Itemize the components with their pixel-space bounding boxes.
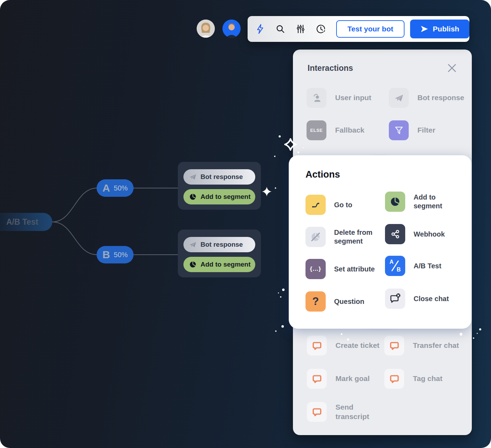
flow-card-a[interactable]: Bot response Add to segment	[178, 162, 261, 210]
sparkle-star-icon	[262, 186, 272, 197]
action-item-add-to-segment[interactable]: Add to segment	[385, 192, 466, 212]
action-item-tag-chat[interactable]: Tag chat	[384, 369, 469, 389]
action-item-delete-from-segment[interactable]: Delete from segment	[305, 227, 386, 247]
sparkle-dot	[347, 338, 349, 341]
interaction-item-user-input[interactable]: User input	[307, 88, 391, 108]
history-icon[interactable]	[313, 21, 328, 37]
sparkle-dot	[275, 187, 276, 189]
item-label: Filter	[417, 126, 473, 135]
livechat-bubble-icon	[307, 336, 327, 356]
add-to-segment-label: Add to segment	[201, 261, 251, 268]
chat-close-icon	[385, 289, 405, 309]
add-to-segment-label: Add to segment	[201, 193, 251, 201]
share-icon	[385, 224, 405, 244]
action-item-webhook[interactable]: Webhook	[385, 224, 466, 244]
ab-icon: A B	[385, 256, 405, 276]
action-item-send-transcript[interactable]: Send transcript	[307, 402, 377, 422]
add-to-segment-pill[interactable]: Add to segment	[183, 257, 255, 272]
action-item-close-chat[interactable]: Close chat	[385, 289, 466, 309]
flow-node-ab-test[interactable]: A/B Test	[0, 213, 52, 231]
search-icon[interactable]	[273, 21, 288, 37]
sparkle-dot	[278, 292, 279, 293]
panel-title: Interactions	[308, 64, 353, 73]
action-item-go-to[interactable]: Go to	[305, 195, 386, 215]
sliders-icon[interactable]	[293, 21, 308, 37]
livechat-bubble-icon	[307, 369, 327, 389]
livechat-bubble-icon	[384, 369, 404, 389]
paper-plane-icon	[389, 88, 409, 108]
item-label: Close chat	[414, 294, 466, 303]
action-item-create-ticket[interactable]: Create ticket	[307, 336, 391, 356]
sparkle-dot	[280, 296, 281, 298]
branch-percent: 50%	[114, 251, 128, 259]
branch-percent: 50%	[114, 184, 128, 192]
actions-title: Actions	[305, 169, 340, 180]
item-label: Go to	[334, 201, 386, 209]
flow-node-branch-b[interactable]: B 50%	[97, 246, 134, 263]
action-item-transfer-chat[interactable]: Transfer chat	[384, 336, 469, 356]
item-label: Create ticket	[335, 341, 391, 350]
funnel-icon	[389, 120, 409, 140]
interaction-item-bot-response[interactable]: Bot response	[389, 88, 473, 108]
teammate-avatar-1[interactable]	[197, 20, 215, 38]
sparkle-dot	[460, 333, 462, 336]
pie-icon	[189, 193, 197, 201]
braces-icon: {...}	[305, 259, 326, 279]
teammate-avatar-2[interactable]	[222, 20, 241, 38]
top-toolbar: Test your bot Publish	[248, 16, 469, 42]
sparkle-diamond-icon	[284, 138, 297, 151]
user-input-icon	[307, 88, 326, 108]
paper-plane-icon	[189, 173, 197, 181]
else-badge: ELSE	[307, 120, 326, 140]
sparkle-dot	[282, 289, 285, 291]
item-label: Question	[334, 297, 386, 306]
item-label: Set attribute	[334, 265, 386, 274]
flow-card-b[interactable]: Bot response Add to segment	[178, 230, 261, 277]
sparkle-dot	[297, 151, 299, 153]
bot-response-pill[interactable]: Bot response	[183, 237, 255, 252]
lightning-icon[interactable]	[252, 21, 268, 37]
livechat-bubble-icon	[307, 402, 327, 422]
interaction-item-fallback[interactable]: ELSE Fallback	[307, 120, 391, 140]
flow-node-branch-a[interactable]: A 50%	[97, 179, 134, 197]
sparkle-dot	[473, 337, 474, 339]
sparkle-dot	[303, 147, 304, 148]
livechat-bubble-icon	[384, 336, 404, 356]
sparkle-dot	[274, 156, 275, 157]
add-to-segment-pill[interactable]: Add to segment	[183, 189, 255, 204]
action-item-question[interactable]: ? Question	[305, 291, 386, 312]
sparkle-dot	[275, 330, 277, 332]
item-label: A/B Test	[414, 262, 466, 270]
item-label: Add to segment	[414, 193, 466, 210]
item-label: User input	[335, 93, 391, 102]
action-item-mark-goal[interactable]: Mark goal	[307, 369, 391, 389]
sparkle-dot	[479, 328, 481, 330]
paper-plane-icon	[189, 240, 197, 249]
action-item-ab-test[interactable]: A B A/B Test	[385, 256, 466, 276]
publish-button[interactable]: Publish	[410, 20, 469, 38]
item-label: Mark goal	[335, 374, 391, 383]
action-item-set-attribute[interactable]: {...} Set attribute	[305, 259, 386, 279]
item-label: Webhook	[414, 230, 466, 239]
item-label: Fallback	[335, 126, 391, 135]
actions-card: Actions Go to Add to segment	[289, 155, 471, 329]
item-label: Delete from segment	[334, 228, 386, 246]
bot-builder-canvas: A/B Test A 50% B 50% Bot response Add to…	[0, 0, 491, 448]
test-your-bot-button[interactable]: Test your bot	[336, 20, 405, 38]
sparkle-dot	[281, 325, 284, 328]
bot-response-pill[interactable]: Bot response	[183, 169, 255, 185]
close-icon[interactable]	[447, 64, 456, 73]
pie-slash-icon	[305, 227, 326, 247]
bot-response-label: Bot response	[201, 173, 243, 181]
question-icon: ?	[305, 291, 326, 312]
sparkle-dot	[279, 135, 281, 137]
branch-letter: A	[103, 182, 110, 194]
branch-letter: B	[103, 249, 110, 261]
flow-node-label: A/B Test	[6, 217, 38, 227]
bot-response-label: Bot response	[201, 241, 243, 248]
interaction-item-filter[interactable]: Filter	[389, 120, 473, 140]
item-label: Tag chat	[413, 374, 469, 383]
pie-icon	[385, 192, 405, 212]
pie-icon	[189, 260, 197, 269]
route-icon	[305, 195, 326, 215]
